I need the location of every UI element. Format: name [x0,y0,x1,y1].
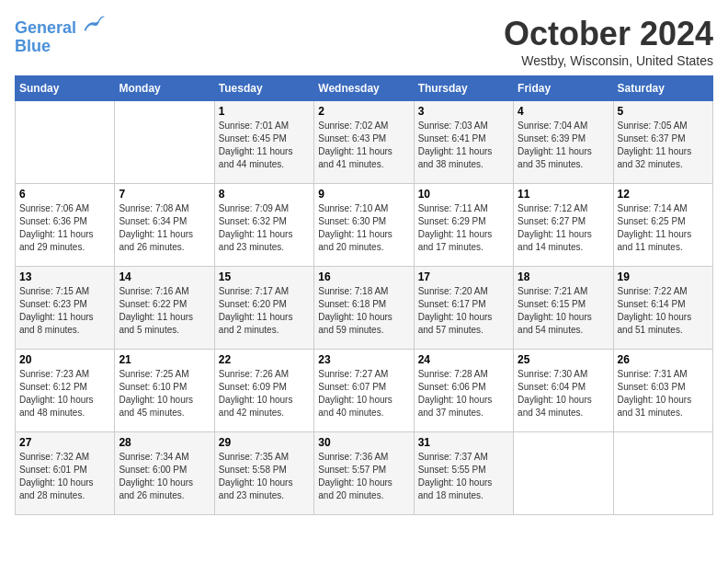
day-info: Sunrise: 7:11 AM Sunset: 6:29 PM Dayligh… [418,202,509,254]
day-info: Sunrise: 7:10 AM Sunset: 6:30 PM Dayligh… [318,202,409,254]
day-number: 7 [119,188,210,201]
day-number: 17 [418,270,509,283]
calendar-cell: 25Sunrise: 7:30 AM Sunset: 6:04 PM Dayli… [514,350,613,432]
calendar-cell: 24Sunrise: 7:28 AM Sunset: 6:06 PM Dayli… [414,350,513,432]
day-info: Sunrise: 7:37 AM Sunset: 5:55 PM Dayligh… [418,451,509,502]
day-number: 21 [119,353,210,366]
logo: General Blue [15,15,105,56]
day-info: Sunrise: 7:34 AM Sunset: 6:00 PM Dayligh… [119,451,210,502]
day-number: 4 [518,105,609,118]
day-number: 11 [518,188,609,201]
day-number: 25 [518,353,609,366]
day-info: Sunrise: 7:16 AM Sunset: 6:22 PM Dayligh… [119,285,210,337]
calendar-week-row: 1Sunrise: 7:01 AM Sunset: 6:45 PM Daylig… [16,101,713,184]
calendar-cell: 31Sunrise: 7:37 AM Sunset: 5:55 PM Dayli… [414,432,513,515]
calendar-cell: 27Sunrise: 7:32 AM Sunset: 6:01 PM Dayli… [16,432,115,515]
day-number: 18 [518,270,609,283]
calendar-cell: 4Sunrise: 7:04 AM Sunset: 6:39 PM Daylig… [514,101,613,184]
day-info: Sunrise: 7:04 AM Sunset: 6:39 PM Dayligh… [518,120,609,171]
day-info: Sunrise: 7:25 AM Sunset: 6:10 PM Dayligh… [119,368,210,419]
calendar-cell: 17Sunrise: 7:20 AM Sunset: 6:17 PM Dayli… [414,267,513,350]
calendar-cell: 3Sunrise: 7:03 AM Sunset: 6:41 PM Daylig… [414,101,513,184]
day-info: Sunrise: 7:22 AM Sunset: 6:14 PM Dayligh… [618,285,709,337]
calendar-cell: 11Sunrise: 7:12 AM Sunset: 6:27 PM Dayli… [514,184,613,267]
weekday-header-thursday: Thursday [414,76,513,101]
day-number: 26 [618,353,709,366]
calendar-header-row: SundayMondayTuesdayWednesdayThursdayFrid… [16,76,713,101]
calendar-cell: 30Sunrise: 7:36 AM Sunset: 5:57 PM Dayli… [314,432,414,515]
logo-blue: Blue [15,37,51,55]
day-info: Sunrise: 7:36 AM Sunset: 5:57 PM Dayligh… [318,451,409,502]
calendar-cell: 15Sunrise: 7:17 AM Sunset: 6:20 PM Dayli… [214,267,313,350]
day-info: Sunrise: 7:03 AM Sunset: 6:41 PM Dayligh… [418,120,509,171]
calendar-cell: 8Sunrise: 7:09 AM Sunset: 6:32 PM Daylig… [214,184,313,267]
day-number: 9 [318,188,409,201]
calendar-cell: 2Sunrise: 7:02 AM Sunset: 6:43 PM Daylig… [314,101,414,184]
calendar-cell: 18Sunrise: 7:21 AM Sunset: 6:15 PM Dayli… [514,267,613,350]
day-number: 12 [618,188,709,201]
day-info: Sunrise: 7:17 AM Sunset: 6:20 PM Dayligh… [219,285,310,337]
calendar-cell [115,101,214,184]
calendar-cell: 7Sunrise: 7:08 AM Sunset: 6:34 PM Daylig… [115,184,214,267]
weekday-header-saturday: Saturday [613,76,712,101]
calendar-cell [514,432,613,515]
calendar-cell: 19Sunrise: 7:22 AM Sunset: 6:14 PM Dayli… [613,267,712,350]
day-info: Sunrise: 7:12 AM Sunset: 6:27 PM Dayligh… [518,202,609,254]
calendar-cell: 26Sunrise: 7:31 AM Sunset: 6:03 PM Dayli… [613,350,712,432]
month-title: October 2024 [504,15,713,53]
calendar-cell: 1Sunrise: 7:01 AM Sunset: 6:45 PM Daylig… [214,101,313,184]
location: Westby, Wisconsin, United States [504,53,713,68]
day-info: Sunrise: 7:21 AM Sunset: 6:15 PM Dayligh… [518,285,609,337]
day-number: 23 [318,353,409,366]
day-number: 2 [318,105,409,118]
day-info: Sunrise: 7:28 AM Sunset: 6:06 PM Dayligh… [418,368,509,419]
day-number: 30 [318,436,409,449]
day-number: 5 [618,105,709,118]
day-info: Sunrise: 7:20 AM Sunset: 6:17 PM Dayligh… [418,285,509,337]
calendar-cell: 9Sunrise: 7:10 AM Sunset: 6:30 PM Daylig… [314,184,414,267]
day-info: Sunrise: 7:26 AM Sunset: 6:09 PM Dayligh… [219,368,310,419]
day-number: 6 [19,188,110,201]
weekday-header-tuesday: Tuesday [214,76,313,101]
day-info: Sunrise: 7:31 AM Sunset: 6:03 PM Dayligh… [618,368,709,419]
calendar-cell: 20Sunrise: 7:23 AM Sunset: 6:12 PM Dayli… [16,350,115,432]
day-info: Sunrise: 7:05 AM Sunset: 6:37 PM Dayligh… [618,120,709,171]
day-number: 20 [19,353,110,366]
day-info: Sunrise: 7:01 AM Sunset: 6:45 PM Dayligh… [219,120,310,171]
day-info: Sunrise: 7:06 AM Sunset: 6:36 PM Dayligh… [19,202,110,254]
day-number: 14 [119,270,210,283]
day-info: Sunrise: 7:30 AM Sunset: 6:04 PM Dayligh… [518,368,609,419]
page-header: General Blue October 2024 Westby, Wiscon… [15,15,713,68]
calendar-cell [613,432,712,515]
logo-bird-icon [83,15,105,33]
calendar-cell: 10Sunrise: 7:11 AM Sunset: 6:29 PM Dayli… [414,184,513,267]
day-info: Sunrise: 7:23 AM Sunset: 6:12 PM Dayligh… [19,368,110,419]
day-number: 8 [219,188,310,201]
day-number: 3 [418,105,509,118]
day-number: 28 [119,436,210,449]
day-info: Sunrise: 7:15 AM Sunset: 6:23 PM Dayligh… [19,285,110,337]
calendar-cell: 14Sunrise: 7:16 AM Sunset: 6:22 PM Dayli… [115,267,214,350]
day-info: Sunrise: 7:32 AM Sunset: 6:01 PM Dayligh… [19,451,110,502]
calendar-cell: 13Sunrise: 7:15 AM Sunset: 6:23 PM Dayli… [16,267,115,350]
title-block: October 2024 Westby, Wisconsin, United S… [504,15,713,68]
calendar-cell: 21Sunrise: 7:25 AM Sunset: 6:10 PM Dayli… [115,350,214,432]
calendar-week-row: 20Sunrise: 7:23 AM Sunset: 6:12 PM Dayli… [16,350,713,432]
day-info: Sunrise: 7:09 AM Sunset: 6:32 PM Dayligh… [219,202,310,254]
calendar-cell: 28Sunrise: 7:34 AM Sunset: 6:00 PM Dayli… [115,432,214,515]
day-number: 16 [318,270,409,283]
calendar-cell [16,101,115,184]
day-number: 29 [219,436,310,449]
day-number: 19 [618,270,709,283]
calendar-cell: 29Sunrise: 7:35 AM Sunset: 5:58 PM Dayli… [214,432,313,515]
weekday-header-sunday: Sunday [16,76,115,101]
day-info: Sunrise: 7:18 AM Sunset: 6:18 PM Dayligh… [318,285,409,337]
calendar-week-row: 6Sunrise: 7:06 AM Sunset: 6:36 PM Daylig… [16,184,713,267]
calendar-cell: 23Sunrise: 7:27 AM Sunset: 6:07 PM Dayli… [314,350,414,432]
calendar-week-row: 27Sunrise: 7:32 AM Sunset: 6:01 PM Dayli… [16,432,713,515]
day-number: 24 [418,353,509,366]
day-number: 1 [219,105,310,118]
day-number: 15 [219,270,310,283]
weekday-header-monday: Monday [115,76,214,101]
calendar-cell: 5Sunrise: 7:05 AM Sunset: 6:37 PM Daylig… [613,101,712,184]
